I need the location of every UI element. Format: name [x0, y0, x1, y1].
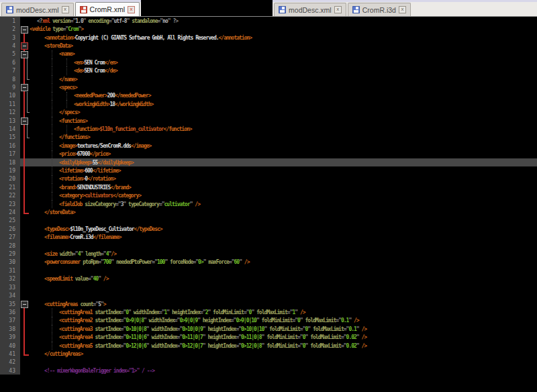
indent-guide — [52, 134, 52, 142]
code-line[interactable]: <size width="4" length="4"/> — [30, 250, 537, 258]
code-line-row: 32<speedLimit value="40" /> — [0, 275, 537, 283]
fold-margin — [20, 266, 30, 275]
code-line[interactable]: <cuttingArea5 startIndex="0>12|0|6" widt… — [30, 342, 537, 350]
code-line[interactable] — [30, 358, 537, 366]
fold-margin — [20, 75, 30, 83]
fold-margin — [20, 108, 30, 116]
tab-redacted[interactable] — [141, 0, 273, 16]
code-line[interactable] — [30, 291, 537, 299]
code-line[interactable]: <en>SEN Crom</en> — [30, 58, 537, 66]
code-line[interactable]: <dailyUpkeep>55</dailyUpkeep> — [30, 158, 537, 166]
tab-moddesc-xml[interactable]: modDesc.xmlx — [1, 3, 74, 16]
code-line[interactable]: <name> — [30, 50, 537, 58]
fold-toggle-icon[interactable] — [21, 42, 28, 50]
code-line[interactable]: <vehicle type="Crom"> — [30, 25, 537, 33]
code-line[interactable]: <category>cultivators</category> — [30, 192, 537, 200]
tab-cromr-i3d[interactable]: CromR.i3dx — [348, 3, 411, 16]
code-line[interactable]: <function>$l10n_function_cultivator</fun… — [30, 125, 537, 133]
line-number: 31 — [0, 266, 20, 275]
fold-margin — [20, 34, 30, 42]
code-line-row: 20<rotation>0</rotation> — [0, 175, 537, 183]
tab-cromr-xml[interactable]: CromR.xmlx — [75, 2, 140, 16]
code-line-row: 37<cuttingArea2 startIndex="0>9|0|8" wid… — [0, 317, 537, 325]
fold-margin — [20, 317, 30, 325]
code-line[interactable]: <neededPower>200</neededPower> — [30, 92, 537, 100]
close-icon[interactable]: x — [128, 6, 135, 13]
close-icon[interactable]: x — [399, 6, 406, 13]
code-line-row: 23<fieldJob sizeCategory="3" typeCategor… — [0, 200, 537, 208]
line-number: 22 — [0, 192, 20, 200]
code-line-row: 39<cuttingArea4 startIndex="0>11|0|6" wi… — [0, 333, 537, 341]
line-number: 34 — [0, 291, 20, 299]
code-line[interactable]: <fieldJob sizeCategory="3" typeCategory=… — [30, 200, 537, 208]
indent-guide — [52, 325, 52, 333]
code-line-row: 21<brand>SENINDUSTRIES</brand> — [0, 183, 537, 191]
code-line[interactable]: <cuttingArea3 startIndex="0>10|0|8" widt… — [30, 325, 537, 333]
fold-toggle-icon[interactable] — [21, 84, 28, 91]
code-line-row: 25 — [0, 217, 537, 225]
fold-toggle-icon[interactable] — [21, 301, 28, 308]
indent-guide — [66, 92, 67, 100]
indent-guide — [52, 50, 52, 58]
code-line-row: 19<lifetime>600</lifetime> — [0, 166, 537, 175]
code-line[interactable]: <filename>CromR.i3d</filename> — [30, 234, 537, 242]
code-line[interactable]: <price>67000</price> — [30, 150, 537, 158]
tab-bar: modDesc.xmlxCromR.xmlxmodDesc.xmlxCromR.… — [0, 2, 537, 17]
line-number: 11 — [0, 100, 20, 108]
indent-guide — [52, 142, 52, 150]
close-icon[interactable]: x — [62, 6, 69, 13]
code-line[interactable]: <de>SEN Crom</de> — [30, 66, 537, 75]
fold-margin — [20, 291, 30, 299]
code-line[interactable] — [30, 266, 537, 275]
code-line[interactable]: <powerconsumer ptoRpm="700" neededPtoPow… — [30, 258, 537, 266]
fold-toggle-icon[interactable] — [21, 51, 28, 58]
fold-margin — [20, 100, 30, 108]
code-line[interactable]: </cuttingAreas> — [30, 350, 537, 358]
fold-margin — [20, 366, 30, 375]
code-line[interactable]: </name> — [30, 75, 537, 83]
code-line[interactable]: <lifetime>600</lifetime> — [30, 166, 537, 175]
code-line-row: 40<cuttingArea5 startIndex="0>12|0|6" wi… — [0, 342, 537, 350]
fold-margin — [20, 225, 30, 233]
code-line[interactable] — [30, 283, 537, 291]
tab-moddesc-xml[interactable]: modDesc.xmlx — [274, 3, 346, 16]
fold-toggle-icon[interactable] — [21, 117, 28, 125]
code-line[interactable]: <brand>SENINDUSTRIES</brand> — [30, 183, 537, 191]
code-line[interactable]: </specs> — [30, 108, 537, 116]
code-line[interactable]: </functions> — [30, 134, 537, 142]
code-line[interactable]: <!-- mixerWagonBaleTrigger index="1>" / … — [30, 366, 537, 375]
fold-toggle-icon[interactable] — [21, 26, 28, 34]
code-line[interactable] — [30, 217, 537, 225]
code-line-row: 13<functions> — [0, 117, 537, 125]
code-line[interactable]: <cuttingArea1 startIndex="0" widthIndex=… — [30, 308, 537, 316]
code-line-row: 33 — [0, 283, 537, 291]
code-line[interactable]: <typeDesc>$l10n_TypeDesc_Cultivator</typ… — [30, 225, 537, 233]
code-line[interactable]: <storeData> — [30, 42, 537, 50]
code-line[interactable]: <specs> — [30, 83, 537, 91]
fold-margin — [20, 234, 30, 242]
code-line[interactable]: <workingWidth>18</workingWidth> — [30, 100, 537, 108]
code-line-row: 24</storeData> — [0, 208, 537, 216]
code-line[interactable]: <annotation>Copyright (C) GIANTS Softwar… — [30, 34, 537, 42]
line-number: 12 — [0, 108, 20, 116]
close-icon[interactable]: x — [334, 6, 342, 13]
code-line[interactable]: <rotation>0</rotation> — [30, 175, 537, 183]
code-line[interactable]: <cuttingArea4 startIndex="0>11|0|6" widt… — [30, 333, 537, 341]
indent-guide — [52, 342, 52, 350]
line-number: 19 — [0, 166, 20, 175]
code-editor[interactable]: 1<?xml version="1.0" encoding="utf-8" st… — [0, 17, 537, 392]
line-number: 6 — [0, 58, 20, 66]
code-line[interactable]: <functions> — [30, 117, 537, 125]
code-line[interactable]: </storeData> — [30, 208, 537, 216]
code-line[interactable]: <cuttingArea2 startIndex="0>9|0|8" width… — [30, 317, 537, 325]
code-line[interactable]: <speedLimit value="40" /> — [30, 275, 537, 283]
line-number: 27 — [0, 234, 20, 242]
code-line[interactable] — [30, 242, 537, 250]
line-number: 3 — [0, 34, 20, 42]
fold-margin — [20, 242, 30, 250]
code-line[interactable]: <cuttingAreas count="5"> — [30, 300, 537, 308]
code-line[interactable]: <image>textures/SenCromR.dds</image> — [30, 142, 537, 150]
code-line-row: 9<specs> — [0, 83, 537, 91]
line-number: 5 — [0, 50, 20, 58]
code-line[interactable]: <?xml version="1.0" encoding="utf-8" sta… — [30, 17, 537, 25]
